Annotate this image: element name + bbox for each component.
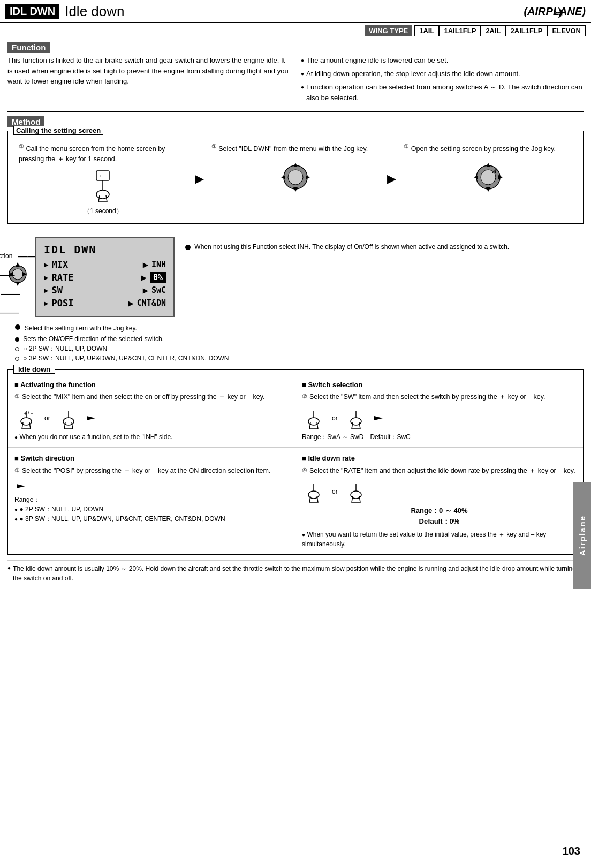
- switch-sel-step-num: ②: [302, 392, 307, 401]
- annotations-block: Activating the function —— Idle down rat…: [0, 251, 37, 318]
- svg-point-1: [96, 190, 109, 199]
- hand-press-svg-4: [344, 406, 368, 430]
- svg-marker-13: [486, 187, 490, 192]
- switch-dir-step: ③ Select the "POSI" by pressing the ＋ ke…: [14, 466, 289, 476]
- svg-text:＋/－: ＋/－: [23, 411, 34, 416]
- step-arrow-1: ▶: [193, 139, 206, 219]
- wing-type-label: WING TYPE: [365, 25, 412, 36]
- arrow-right-svg-2: [372, 412, 385, 425]
- wing-opt-1ail[interactable]: 1AIL: [414, 25, 439, 36]
- function-right-bullets: The amount engine idle is lowered can be…: [301, 55, 584, 106]
- activating-note-text: When you do not use a function, set to t…: [19, 433, 172, 441]
- idle-rate-step-text: Select the "RATE" item and then adjust t…: [309, 466, 575, 476]
- step-1-content: Call the menu screen from the home scree…: [19, 145, 165, 163]
- screen-label-mix: MIX: [51, 259, 139, 270]
- screen-left-group: Activating the function —— Idle down rat…: [7, 237, 175, 317]
- select-note: Select the setting item with the Jog key…: [15, 324, 137, 332]
- sw2p-text: ○ 2P SW：NULL, UP, DOWN: [23, 345, 107, 352]
- screen-title: IDL DWN: [44, 243, 166, 256]
- bottom-note: ● The idle down amount is usually 10% ～ …: [7, 560, 584, 586]
- function-section: Function This function is linked to the …: [0, 39, 591, 106]
- hand-press-svg-5: [302, 480, 325, 503]
- switch-dir-step-num: ③: [14, 466, 20, 475]
- function-bullet-2: At idling down operation, the stop lever…: [301, 69, 584, 80]
- step-2-text: ② Select "IDL DWN" from the menu with th…: [211, 142, 380, 154]
- screen-arrow-rate: ▶: [44, 273, 48, 282]
- activating-note: ● When you do not use a function, set to…: [14, 432, 289, 442]
- svg-point-5: [288, 170, 303, 185]
- screen-arrow-r-rate: ▶: [141, 272, 147, 283]
- wing-opt-1ail1flp[interactable]: 1AIL1FLP: [439, 25, 481, 36]
- jog-dial-svg-3: [469, 158, 507, 196]
- sidebar-label: Airplane: [573, 482, 591, 589]
- idle-rate-cell: ■ Idle down rate ④ Select the "RATE" ite…: [296, 448, 583, 554]
- wing-opt-elevon[interactable]: ELEVON: [548, 25, 586, 36]
- switch-dir-cell: ■ Switch direction ③ Select the "POSI" b…: [8, 448, 296, 554]
- sw3p-note: ○ 3P SW：NULL, UP, UP&DWN, UP&CNT, CENTER…: [15, 353, 576, 363]
- idle-down-box-title: Idle down: [18, 365, 50, 373]
- step-3-icon: [404, 158, 572, 196]
- sets-note-text: Sets the ON/OFF direction of the selecte…: [15, 334, 576, 344]
- svg-marker-34: [374, 416, 383, 420]
- select-note-text: Select the setting item with the Jog key…: [25, 324, 137, 332]
- or-text-1: or: [44, 413, 50, 423]
- screen-row-mix: ▶ MIX ▶ INH: [44, 259, 166, 270]
- hand-press-svg-1: ＋/－: [14, 406, 38, 430]
- step-2-content: Select "IDL DWN" from the menu with the …: [218, 145, 368, 153]
- wing-opt-2ail1flp[interactable]: 2AIL1FLP: [506, 25, 548, 36]
- header-left: IDL DWN Idle down: [5, 3, 125, 20]
- switch-dir-heading: ■ Switch direction: [14, 453, 289, 464]
- idl-dwn-box: IDL DWN: [5, 4, 59, 19]
- switch-dir-range-label: Range：: [14, 495, 289, 504]
- switch-dir-step-text: Select the "POSI" by pressing the ＋ key …: [22, 466, 270, 476]
- switch-sel-icons: or: [302, 406, 577, 430]
- or-text-3: or: [332, 487, 338, 496]
- screen-row-rate: ▶ RATE ▶ 0%: [44, 272, 166, 283]
- sw2p-circle: [15, 347, 19, 351]
- setting-screen-title: Calling the setting screen: [13, 126, 103, 135]
- ann-activating-text: Activating the function: [0, 252, 12, 260]
- right-note-text: When not using this Function select INH.…: [194, 243, 509, 251]
- airplane-icon: ✈: [554, 4, 566, 22]
- screen-row-posi: ▶ POSI ▶ CNT&DN: [44, 298, 166, 308]
- screen-arrow-mix: ▶: [44, 260, 48, 269]
- step-3-content: Open the setting screen by pressing the …: [411, 145, 556, 153]
- sets-note-block: Sets the ON/OFF direction of the selecte…: [7, 332, 584, 363]
- step-2-num: ②: [211, 143, 217, 149]
- svg-marker-6: [293, 163, 298, 167]
- screen-arrow-r-sw: ▶: [143, 285, 148, 296]
- activating-step-num: ①: [14, 392, 20, 401]
- step-2-box: ② Select "IDL DWN" from the menu with th…: [206, 139, 385, 219]
- steps-row: ① Call the menu screen from the home scr…: [13, 139, 578, 219]
- switch-dir-range-block: Range： ● ● 2P SW：NULL, UP, DOWN ● ● 3P S…: [14, 495, 289, 524]
- idle-down-box-title-wrap: Idle down: [13, 365, 55, 374]
- step-3-text: ③ Open the setting screen by pressing th…: [404, 142, 572, 154]
- setting-screen-box: Calling the setting screen ① Call the me…: [7, 131, 584, 224]
- arrow-right-svg-3: [14, 480, 27, 493]
- bottom-note-text: The idle down amount is usually 10% ～ 20…: [13, 564, 584, 583]
- page-number: 103: [563, 845, 580, 857]
- wing-opt-2ail[interactable]: 2AIL: [481, 25, 505, 36]
- screen-row-sw: ▶ SW ▶ SwC: [44, 285, 166, 296]
- activating-cell: ■ Activating the function ① Select the "…: [8, 374, 296, 447]
- jog-dial-svg-2: [277, 158, 314, 196]
- idle-down-box: Idle down ■ Activating the function ① Se…: [7, 369, 584, 555]
- switch-dir-2p-text: ● 2P SW：NULL, UP, DOWN: [19, 505, 103, 513]
- function-left-text: This function is linked to the air brake…: [7, 55, 290, 106]
- or-text-2: or: [332, 413, 338, 423]
- step-1-text: ① Call the menu screen from the home scr…: [19, 142, 187, 164]
- idle-rate-note: ● When you want to return the set value …: [302, 530, 577, 549]
- step-arrow-2: ▶: [385, 139, 398, 219]
- switch-sel-cell: ■ Switch selection ② Select the "SW" ite…: [296, 374, 583, 447]
- screen-annotated: Activating the function —— Idle down rat…: [35, 237, 175, 317]
- switch-dir-3p-text: ● 3P SW：NULL, UP, UP&DWN, UP&CNT, CENTER…: [19, 515, 225, 523]
- switch-sel-step-text: Select the "SW" item and then select the…: [309, 392, 545, 402]
- idle-rate-heading: ■ Idle down rate: [302, 453, 577, 464]
- screen-value-mix: INH: [151, 260, 166, 269]
- step-1-sub: （1 second）: [19, 206, 187, 216]
- select-bullet: [15, 324, 20, 330]
- function-bullet-1: The amount engine idle is lowered can be…: [301, 55, 584, 66]
- switch-sel-heading: ■ Switch selection: [302, 380, 577, 390]
- method-section: Method Calling the setting screen ① Call…: [0, 112, 591, 224]
- ann-rate: Idle down rate ——: [0, 269, 37, 281]
